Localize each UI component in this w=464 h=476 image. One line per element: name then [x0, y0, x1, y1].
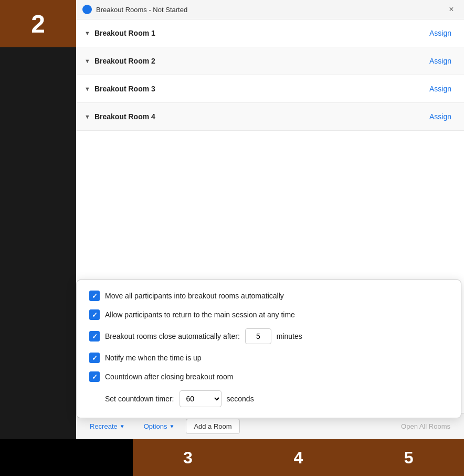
bottom-badges: 3 4 5 [0, 439, 464, 476]
options-panel: Move all participants into breakout room… [76, 280, 461, 418]
countdown-suffix: seconds [227, 395, 254, 403]
room-item-4: ▼ Breakout Room 4 Assign [76, 103, 464, 131]
checkbox-close-auto[interactable] [89, 331, 100, 342]
option-set-countdown: Set countdown timer: 30 60 90 120 second… [89, 390, 448, 407]
badge-3: 3 [133, 439, 243, 476]
option-countdown: Countdown after closing breakout room [89, 371, 448, 382]
close-auto-label: Breakout rooms close automatically after… [105, 332, 240, 340]
countdown-select[interactable]: 30 60 90 120 [180, 390, 222, 407]
move-auto-label: Move all participants into breakout room… [105, 292, 284, 300]
minutes-input[interactable] [245, 328, 271, 344]
chevron-icon-2[interactable]: ▼ [85, 58, 90, 64]
badge-2: 2 [0, 0, 76, 47]
badge-empty [0, 439, 133, 476]
room-name-2: Breakout Room 2 [94, 57, 425, 65]
chevron-icon-1[interactable]: ▼ [85, 30, 90, 36]
minutes-suffix: minutes [277, 332, 302, 340]
badge-5: 5 [354, 439, 464, 476]
room-name-3: Breakout Room 3 [94, 85, 425, 93]
room-item-1: ▼ Breakout Room 1 Assign [76, 19, 464, 47]
option-move-auto: Move all participants into breakout room… [89, 291, 448, 301]
room-item-2: ▼ Breakout Room 2 Assign [76, 47, 464, 75]
window-title: Breakout Rooms - Not Started [96, 6, 445, 14]
badge-4: 4 [243, 439, 353, 476]
option-return: Allow participants to return to the main… [89, 309, 448, 320]
close-button[interactable]: × [445, 3, 458, 16]
options-button[interactable]: Options ▼ [136, 419, 182, 433]
assign-button-1[interactable]: Assign [425, 27, 456, 39]
countdown-label: Countdown after closing breakout room [105, 372, 233, 381]
checkbox-move-auto[interactable] [89, 291, 100, 301]
open-all-rooms-button[interactable]: Open All Rooms [394, 419, 458, 433]
checkbox-notify[interactable] [89, 353, 100, 363]
recreate-button[interactable]: Recreate ▼ [82, 419, 132, 433]
app-icon [82, 5, 92, 14]
chevron-icon-3[interactable]: ▼ [85, 86, 90, 92]
room-item-3: ▼ Breakout Room 3 Assign [76, 75, 464, 103]
add-room-button[interactable]: Add a Room [186, 419, 239, 434]
room-name-4: Breakout Room 4 [94, 112, 425, 121]
notify-label: Notify me when the time is up [105, 354, 202, 362]
return-label: Allow participants to return to the main… [105, 311, 295, 319]
option-close-auto: Breakout rooms close automatically after… [89, 328, 448, 344]
chevron-icon-4[interactable]: ▼ [85, 113, 90, 120]
checkbox-countdown[interactable] [89, 371, 100, 382]
recreate-chevron-icon: ▼ [120, 423, 125, 429]
option-notify: Notify me when the time is up [89, 353, 448, 363]
options-chevron-icon: ▼ [169, 423, 174, 429]
assign-button-3[interactable]: Assign [425, 82, 456, 95]
assign-button-4[interactable]: Assign [425, 110, 456, 123]
checkbox-return[interactable] [89, 309, 100, 320]
titlebar: Breakout Rooms - Not Started × [76, 0, 464, 19]
set-countdown-label: Set countdown timer: [105, 395, 174, 403]
room-name-1: Breakout Room 1 [94, 29, 425, 37]
assign-button-2[interactable]: Assign [425, 55, 456, 67]
